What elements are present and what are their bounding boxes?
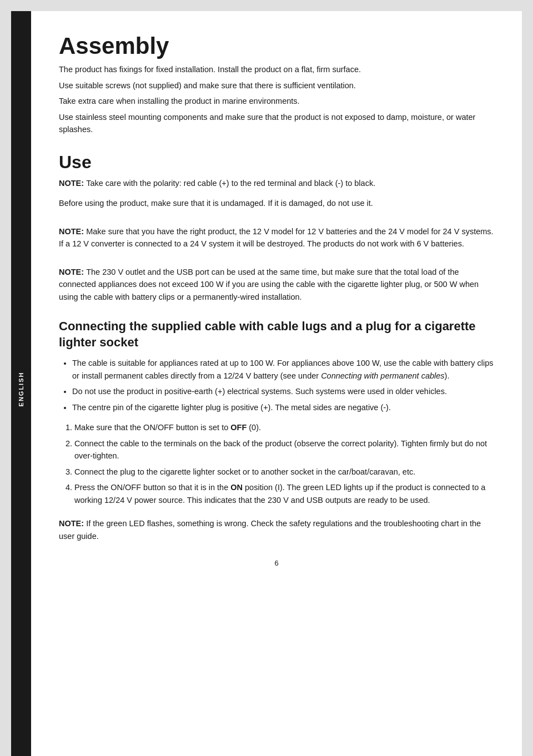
step-2-text: Connect the cable to the terminals on th… <box>74 439 487 460</box>
assembly-para-4: Use stainless steel mounting components … <box>59 111 494 136</box>
bullet-2: Do not use the product in positive-earth… <box>72 385 494 397</box>
step-2: Connect the cable to the terminals on th… <box>74 437 494 462</box>
page: ENGLISH Assembly The product has fixings… <box>11 11 522 756</box>
bullet-2-text: Do not use the product in positive-earth… <box>72 387 447 396</box>
use-note-2-text: Make sure that you have the right produc… <box>59 227 494 248</box>
step-3: Connect the plug to the cigarette lighte… <box>74 466 494 478</box>
sidebar: ENGLISH <box>11 11 31 756</box>
bullet-1: The cable is suitable for appliances rat… <box>72 357 494 382</box>
use-note-3-prefix: NOTE: <box>59 268 86 276</box>
use-title: Use <box>59 152 494 173</box>
use-para-1: Before using the product, make sure that… <box>59 197 494 209</box>
sidebar-label: ENGLISH <box>18 372 24 407</box>
connecting-steps: Make sure that the ON/OFF button is set … <box>74 421 494 506</box>
step-4-bold: ON <box>230 483 243 492</box>
assembly-para-2: Use suitable screws (not supplied) and m… <box>59 79 494 92</box>
step-3-text: Connect the plug to the cigarette lighte… <box>74 467 415 476</box>
bullet-3: The centre pin of the cigarette lighter … <box>72 401 494 414</box>
connecting-note-4-text: If the green LED flashes, something is w… <box>59 519 481 540</box>
bullet-1-italic: Connecting with permanent cables <box>321 371 444 380</box>
connecting-bullets: The cable is suitable for appliances rat… <box>72 357 494 414</box>
page-number: 6 <box>59 559 494 567</box>
use-note-3-text: The 230 V outlet and the USB port can be… <box>59 268 479 301</box>
step-1-bold: OFF <box>230 423 247 432</box>
use-section: Use NOTE: Take care with the polarity: r… <box>59 152 494 304</box>
step-1: Make sure that the ON/OFF button is set … <box>74 421 494 434</box>
use-note-1-prefix: NOTE: <box>59 179 86 188</box>
assembly-para-1: The product has fixings for fixed instal… <box>59 63 494 75</box>
connecting-title: Connecting the supplied cable with cable… <box>59 319 494 350</box>
connecting-section: Connecting the supplied cable with cable… <box>59 319 494 542</box>
step-4-text-start: Press the ON/OFF button so that it is in… <box>74 483 230 492</box>
bullet-1-text-end: ). <box>445 371 450 380</box>
step-1-text-start: Make sure that the ON/OFF button is set … <box>74 423 230 432</box>
use-note-2-prefix: NOTE: <box>59 227 86 236</box>
assembly-section: Assembly The product has fixings for fix… <box>59 33 494 136</box>
use-note-3: NOTE: The 230 V outlet and the USB port … <box>59 266 494 303</box>
use-note-1: NOTE: Take care with the polarity: red c… <box>59 177 494 189</box>
use-note-2: NOTE: Make sure that you have the right … <box>59 225 494 250</box>
step-4: Press the ON/OFF button so that it is in… <box>74 481 494 506</box>
assembly-para-3: Take extra care when installing the prod… <box>59 95 494 107</box>
use-note-1-text: Take care with the polarity: red cable (… <box>86 179 375 188</box>
assembly-title: Assembly <box>59 33 494 59</box>
connecting-note-4: NOTE: If the green LED flashes, somethin… <box>59 517 494 542</box>
step-1-text-end: (0). <box>247 423 261 432</box>
connecting-note-4-prefix: NOTE: <box>59 519 86 528</box>
bullet-3-text: The centre pin of the cigarette lighter … <box>72 403 391 412</box>
main-content: Assembly The product has fixings for fix… <box>31 11 522 756</box>
